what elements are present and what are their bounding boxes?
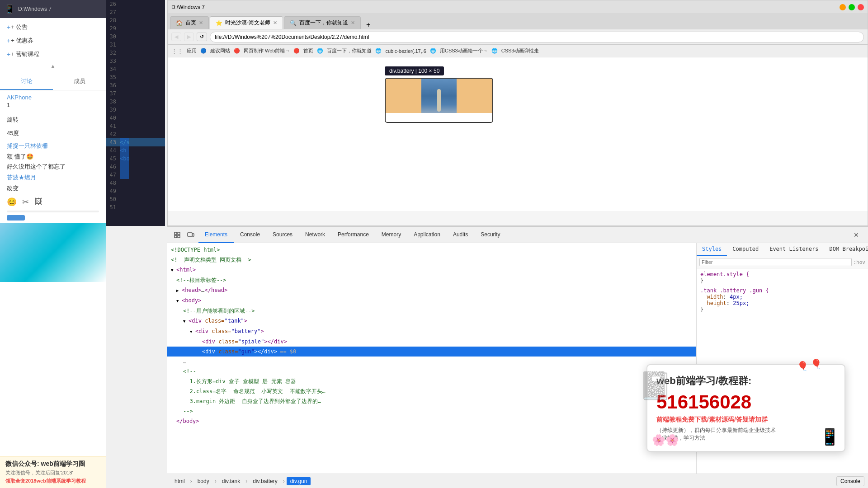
sidebar-item-announcement[interactable]: + + 公告 <box>0 20 106 34</box>
html-body-close[interactable]: </body> <box>167 416 696 426</box>
sidebar-menu: + + 公告 + + 优惠券 + + 营销课程 ▲ <box>0 18 106 74</box>
styles-tab-dom-breakpoints[interactable]: DOM Breakpoints <box>824 243 868 256</box>
html-note3: 3.margin 外边距 自身盒子边界到外部盒子边界的… <box>167 396 696 406</box>
breadcrumb-sep2: › <box>215 478 217 484</box>
html-div-tank[interactable]: <div class="tank"> <box>167 316 696 326</box>
devtools-tab-sources[interactable]: Sources <box>266 227 299 243</box>
triangle-battery[interactable] <box>190 327 195 336</box>
promo-desc2: 企业标准，学习方法 <box>656 434 835 442</box>
scissors-icon[interactable]: ✂ <box>22 197 29 207</box>
sidebar-item-marketing[interactable]: + + 营销课程 <box>0 47 106 61</box>
link2-anchor[interactable]: 苔波★燃月 <box>7 174 36 181</box>
triangle-body[interactable] <box>176 296 182 305</box>
html-div-spiale[interactable]: <div class="spiale"></div> <box>167 337 696 347</box>
breadcrumb-divbattery[interactable]: div.battery <box>249 477 281 485</box>
browser-titlebar: D:\Windows 7 <box>168 0 868 14</box>
devtools-tab-performance[interactable]: Performance <box>331 227 375 243</box>
styles-tab-computed[interactable]: Computed <box>727 243 764 256</box>
image-icon[interactable]: 🖼 <box>34 197 42 207</box>
bookmark-baidu[interactable]: 百度一下，你就知道 <box>327 47 372 54</box>
editor-line-29: 29 <box>106 24 165 33</box>
html-div-battery[interactable]: <div class="battery"> <box>167 326 696 337</box>
sidebar-item-coupon[interactable]: + + 优惠券 <box>0 34 106 47</box>
sidebar-title: D:\Windows 7 <box>18 6 52 12</box>
bookmark-css3-2[interactable]: CSS3动画弹性走 <box>501 47 539 54</box>
announcement-label: + 公告 <box>11 23 28 31</box>
editor-line-47: 47 <box>106 171 165 179</box>
wechat-title: 微信公众号: web前端学习圈 <box>5 460 101 468</box>
browser-tab-home[interactable]: 🏠 首页 ✕ <box>170 16 209 29</box>
link1-anchor[interactable]: 捕捉一只林依柵 <box>7 142 48 149</box>
minimize-button[interactable] <box>840 4 846 10</box>
forward-button[interactable]: ▶ <box>184 33 194 41</box>
devtools-tab-elements[interactable]: Elements <box>198 227 234 243</box>
collapse-button[interactable]: ▲ <box>0 61 106 71</box>
browser-tab-baidu[interactable]: 🔍 百度一下，你就知道 ✕ <box>284 16 361 29</box>
editor-line-32: 32 <box>106 49 165 57</box>
bookmark-home[interactable]: 首页 <box>303 47 313 54</box>
devtools-tab-memory[interactable]: Memory <box>375 227 407 243</box>
devtools-tab-audits[interactable]: Audits <box>447 227 474 243</box>
new-tab-button[interactable]: + <box>363 21 373 29</box>
link2[interactable]: 苔波★燃月 <box>0 172 106 183</box>
app-icon: 📱 <box>5 4 14 14</box>
bookmarks-bar: ⋮⋮ 应用 🔵 建议网站 🔴 网页制作 Web前端→ 🔴 首页 🌐 百度一下，你… <box>168 45 868 57</box>
console-toggle-button[interactable]: Console <box>836 476 864 486</box>
rotate-label: 旋转 <box>0 113 106 127</box>
browser-tabs: 🏠 首页 ✕ ⭐ 时光沙漠-海文老师 ✕ 🔍 百度一下，你就知道 ✕ + <box>168 14 868 29</box>
devtools-tab-security[interactable]: Security <box>474 227 506 243</box>
tab-close-timeguang[interactable]: ✕ <box>273 20 277 26</box>
dom0-marker: == $0 <box>280 348 296 355</box>
url-bar[interactable] <box>210 32 864 42</box>
emoji-icon[interactable]: 😊 <box>7 197 17 207</box>
editor-line-27: 27 <box>106 8 165 16</box>
html-body[interactable]: <body> <box>167 296 696 306</box>
css-val-height: 25px; <box>733 300 749 306</box>
devtools-tab-network[interactable]: Network <box>299 227 331 243</box>
html-comment-root: <!--根目录标签--> <box>167 275 696 285</box>
maximize-button[interactable] <box>849 4 855 10</box>
triangle-tank[interactable] <box>183 317 189 325</box>
bookmark-css3[interactable]: 用CSS3动画绘一个→ <box>440 47 488 54</box>
tab-close-home[interactable]: ✕ <box>199 20 203 26</box>
bookmark-suggest[interactable]: 建议网站 <box>210 47 230 54</box>
triangle-head[interactable] <box>176 286 182 295</box>
styles-filter-input[interactable] <box>699 258 852 266</box>
breadcrumb-html[interactable]: html <box>171 477 189 485</box>
responsive-button[interactable] <box>185 229 197 241</box>
devtools-tab-application[interactable]: Application <box>407 227 447 243</box>
styles-tab-event-listeners[interactable]: Event Listeners <box>764 243 824 256</box>
css-prop-height: height <box>707 300 726 306</box>
tab-members[interactable]: 成员 <box>53 74 106 90</box>
devtools-close-button[interactable]: ✕ <box>850 229 862 241</box>
triangle-spiale <box>197 338 202 346</box>
bookmark-webmake[interactable]: 网页制作 Web前端→ <box>244 47 290 54</box>
inspect-button[interactable] <box>171 229 183 241</box>
html-head[interactable]: <head>…</head> <box>167 285 696 296</box>
link1[interactable]: 捕捉一只林依柵 <box>0 140 106 152</box>
breadcrumb-body[interactable]: body <box>194 477 213 485</box>
browser-tab-timeguang[interactable]: ⭐ 时光沙漠-海文老师 ✕ <box>210 16 283 29</box>
tab-discuss[interactable]: 讨论 <box>0 74 53 90</box>
html-root[interactable]: <html> <box>167 265 696 275</box>
tab-label-timeguang: 时光沙漠-海文老师 <box>225 19 270 27</box>
back-button[interactable]: ◀ <box>171 33 181 41</box>
reload-button[interactable]: ↺ <box>197 33 207 41</box>
tab-close-baidu[interactable]: ✕ <box>351 20 355 26</box>
action-button[interactable] <box>7 215 25 221</box>
bookmark-cubic[interactable]: cubic-bezier(.17,.6 <box>385 48 426 54</box>
bookmark-apps[interactable]: 应用 <box>187 47 197 54</box>
breadcrumb-sep4: › <box>283 478 285 484</box>
editor-line-34: 34 <box>106 65 165 73</box>
styles-tab-styles[interactable]: Styles <box>697 243 727 256</box>
triangle-html[interactable] <box>171 266 176 274</box>
devtools-tab-console[interactable]: Console <box>234 227 266 243</box>
svg-rect-1 <box>178 232 180 235</box>
breadcrumb-divgun[interactable]: div.gun <box>287 477 311 485</box>
html-div-gun[interactable]: <div class="gun"></div>== $0 <box>167 347 696 357</box>
sidebar-icons-row: 😊 ✂ 🖼 <box>0 193 106 211</box>
user-link[interactable]: AKPhone <box>7 94 32 101</box>
promo-qr-icon: 📱 <box>820 427 840 446</box>
breadcrumb-divtank[interactable]: div.tank <box>218 477 244 485</box>
close-button[interactable] <box>858 4 864 10</box>
